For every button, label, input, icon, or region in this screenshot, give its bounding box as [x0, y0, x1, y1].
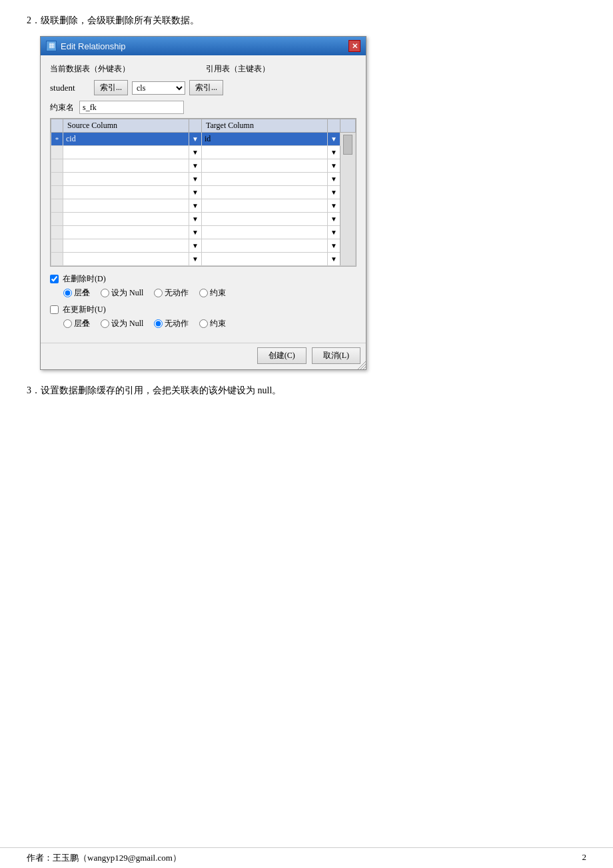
source-dropdown-cell[interactable]: ▼: [189, 213, 202, 226]
target-dropdown-cell[interactable]: ▼: [328, 146, 340, 159]
target-dropdown-cell[interactable]: ▼: [328, 186, 340, 199]
marker-header: [51, 119, 63, 133]
delete-label: 在删除时(D): [63, 273, 106, 285]
table-row: [63, 226, 189, 239]
source-dropdown-cell[interactable]: ▼: [189, 226, 202, 239]
target-column-header: Target Column: [202, 119, 328, 133]
delete-radio-noaction[interactable]: 无动作: [154, 287, 189, 299]
table-row-marker: [51, 253, 63, 266]
target-column-input[interactable]: [205, 241, 324, 251]
delete-checkbox-row: 在删除时(D): [50, 273, 356, 285]
create-button[interactable]: 创建(C): [257, 347, 306, 364]
target-column-input[interactable]: [205, 227, 324, 237]
ref-table-select[interactable]: cls: [132, 81, 185, 95]
source-column-input[interactable]: [66, 187, 186, 197]
source-dropdown-cell[interactable]: ▼: [189, 186, 202, 199]
target-dropdown-cell[interactable]: ▼: [328, 253, 340, 266]
item2-text: 2．级联删除，会级联删除所有关联数据。: [27, 13, 586, 28]
delete-radio-cascade[interactable]: 层叠: [63, 287, 90, 299]
delete-radio-restrict[interactable]: 约束: [199, 287, 226, 299]
source-column-input[interactable]: [66, 201, 186, 211]
table-row: [63, 186, 189, 199]
delete-checkbox[interactable]: [50, 275, 59, 283]
table-row: [202, 133, 328, 146]
table-row: [202, 173, 328, 186]
source-dropdown-cell[interactable]: ▼: [189, 173, 202, 186]
table-row: [63, 253, 189, 266]
index-btn-1[interactable]: 索引...: [94, 80, 128, 95]
table-row-marker: [51, 186, 63, 199]
target-column-input[interactable]: [205, 161, 324, 171]
source-dropdown-cell[interactable]: ▼: [189, 146, 202, 159]
update-radio-cascade[interactable]: 层叠: [63, 318, 90, 329]
table-row-marker: [51, 146, 63, 159]
constraint-input[interactable]: [79, 101, 184, 114]
source-dropdown-cell[interactable]: ▼: [189, 133, 202, 146]
table-row: [202, 226, 328, 239]
index-btn-2[interactable]: 索引...: [189, 80, 223, 95]
table-row-marker: [51, 199, 63, 213]
scrollbar-header: [340, 119, 356, 133]
source-column-input[interactable]: [66, 241, 186, 251]
source-column-input[interactable]: [66, 227, 186, 237]
current-table-label: 当前数据表（外键表）: [50, 63, 201, 75]
update-radio-noaction[interactable]: 无动作: [154, 318, 189, 329]
scrollbar-track[interactable]: [340, 133, 356, 266]
target-column-input[interactable]: [205, 201, 324, 211]
target-dropdown-cell[interactable]: ▼: [328, 173, 340, 186]
update-radio-null[interactable]: 设为 Null: [101, 318, 143, 329]
constraint-row: 约束名: [50, 101, 356, 114]
source-column-input[interactable]: [66, 254, 186, 264]
dialog-title: Edit Relationship: [61, 41, 126, 51]
source-dropdown-cell[interactable]: ▼: [189, 239, 202, 253]
table-row-marker: *: [51, 133, 63, 146]
table-selectors-row: student 索引... cls 索引...: [50, 80, 356, 95]
close-button[interactable]: ✕: [348, 40, 360, 52]
target-dropdown-cell[interactable]: ▼: [328, 199, 340, 213]
source-column-input[interactable]: [66, 134, 186, 144]
table-row: [202, 253, 328, 266]
delete-options-section: 在删除时(D) 层叠 设为 Null 无动作: [50, 273, 356, 299]
table-row-marker: [51, 173, 63, 186]
source-dropdown-header: [189, 119, 202, 133]
source-column-input[interactable]: [66, 174, 186, 184]
table-row: [63, 133, 189, 146]
svg-line-1: [360, 364, 366, 369]
update-checkbox[interactable]: [50, 305, 59, 314]
target-column-input[interactable]: [205, 147, 324, 157]
current-table-value: student: [50, 83, 90, 93]
dialog-body: 当前数据表（外键表） 引用表（主键表） student 索引... cls 索引…: [41, 55, 366, 343]
source-dropdown-cell[interactable]: ▼: [189, 199, 202, 213]
svg-line-2: [363, 367, 366, 369]
dialog-footer: 创建(C) 取消(L): [41, 343, 366, 369]
target-column-input[interactable]: [205, 134, 324, 144]
target-column-input[interactable]: [205, 254, 324, 264]
table-row: [63, 199, 189, 213]
target-dropdown-cell[interactable]: ▼: [328, 213, 340, 226]
source-dropdown-cell[interactable]: ▼: [189, 159, 202, 173]
delete-radio-null[interactable]: 设为 Null: [101, 287, 143, 299]
source-column-header: Source Column: [63, 119, 189, 133]
table-row-marker: [51, 213, 63, 226]
target-dropdown-cell[interactable]: ▼: [328, 239, 340, 253]
target-dropdown-cell[interactable]: ▼: [328, 226, 340, 239]
resize-handle[interactable]: [356, 360, 366, 369]
target-dropdown-cell[interactable]: ▼: [328, 133, 340, 146]
table-row: [202, 213, 328, 226]
source-column-input[interactable]: [66, 161, 186, 171]
update-radio-restrict[interactable]: 约束: [199, 318, 226, 329]
source-column-input[interactable]: [66, 214, 186, 224]
table-row-marker: [51, 159, 63, 173]
target-column-input[interactable]: [205, 174, 324, 184]
target-dropdown-cell[interactable]: ▼: [328, 159, 340, 173]
target-dropdown-header: [328, 119, 340, 133]
dialog-wrapper: ▦ Edit Relationship ✕ 当前数据表（外键表） 引用表（主键表…: [40, 36, 366, 370]
table-row: [202, 186, 328, 199]
target-column-input[interactable]: [205, 214, 324, 224]
source-dropdown-cell[interactable]: ▼: [189, 253, 202, 266]
source-column-input[interactable]: [66, 147, 186, 157]
target-column-input[interactable]: [205, 187, 324, 197]
table-row-marker: [51, 226, 63, 239]
table-row: [202, 146, 328, 159]
cancel-button[interactable]: 取消(L): [312, 347, 360, 364]
